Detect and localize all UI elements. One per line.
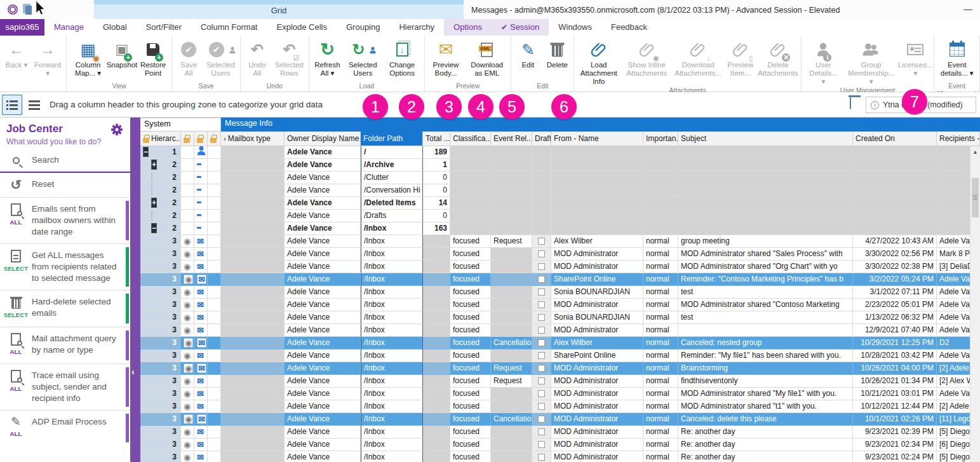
sidebar-collapse-strip[interactable]: ‹ bbox=[130, 118, 140, 462]
column-header-locked-2[interactable] bbox=[194, 132, 208, 146]
column-header-locked-3[interactable] bbox=[208, 132, 221, 146]
vertical-scrollbar[interactable]: ▲ bbox=[970, 146, 980, 462]
ribbon-button-change-options[interactable]: ↓Change Options bbox=[382, 37, 422, 81]
ribbon-button-snapshot[interactable]: ▣+Snapshot bbox=[107, 37, 137, 81]
draft-checkbox[interactable] bbox=[538, 416, 545, 423]
message-row[interactable]: 3◉✉Adele Vance/InboxfocusedMOD Administr… bbox=[140, 261, 980, 273]
minimize-button[interactable]: — bbox=[963, 4, 972, 14]
message-row[interactable]: 3◉✉Adele Vance/InboxfocusedMOD Administr… bbox=[140, 388, 980, 400]
ribbon-button-forward[interactable]: →Forward ▾ bbox=[31, 37, 64, 81]
tab-sort-filter[interactable]: Sort/Filter bbox=[137, 19, 191, 36]
sidebar-item-search[interactable]: Search bbox=[0, 149, 130, 173]
message-row[interactable]: 3◉✉Adele Vance/InboxfocusedMOD Administr… bbox=[140, 324, 980, 337]
column-header-owner-display-name[interactable]: Owner Display Name bbox=[285, 132, 361, 146]
folder-row[interactable]: −1Adele Vance/189 bbox=[140, 146, 980, 159]
draft-checkbox[interactable] bbox=[538, 428, 545, 435]
tab-explode-cells[interactable]: Explode Cells bbox=[267, 19, 337, 36]
ribbon-button-undo-all[interactable]: ↶Undo All bbox=[243, 37, 272, 81]
ribbon-button-preview-body[interactable]: ✉Preview Body... bbox=[427, 37, 465, 81]
ribbon-button-save-all[interactable]: ✔Save All bbox=[174, 37, 203, 81]
sidebar-item-trace-email-using-subject-sender-and-rec[interactable]: ALLTrace email using subject, sender and… bbox=[0, 363, 130, 410]
ribbon-button-licenses[interactable]: Licenses... ▾ bbox=[899, 37, 932, 86]
folder-row[interactable]: 2Adele Vance/Conversation Hi0 bbox=[140, 184, 980, 197]
ribbon-button-load-attachment-info[interactable]: Load Attachment Info bbox=[576, 37, 621, 86]
sidebar-item-get-all-messages-from-recipients-related[interactable]: SELECTGet ALL messages from recipients r… bbox=[0, 243, 130, 290]
column-header-recipients-n[interactable]: Recipients - N bbox=[937, 132, 980, 146]
folder-row[interactable]: 2Adele Vance/Drafts0 bbox=[140, 210, 980, 222]
message-row[interactable]: 3◉✉Adele Vance/InboxfocusedMOD Administr… bbox=[140, 400, 980, 413]
column-header-total[interactable]: Total ... bbox=[423, 132, 450, 146]
gear-icon[interactable] bbox=[111, 124, 123, 138]
ribbon-button-event-details[interactable]: Event details... ▾ bbox=[936, 37, 977, 81]
draft-checkbox[interactable] bbox=[538, 365, 545, 372]
copy-pages-icon[interactable] bbox=[23, 4, 30, 13]
ribbon-button-back[interactable]: ←Back ▾ bbox=[2, 37, 31, 81]
sidebar-item-mail-attachment-query-by-name-or-type[interactable]: ALLMail attachment query by name or type bbox=[0, 327, 130, 363]
column-header-from-name[interactable]: From - Name bbox=[551, 132, 643, 146]
message-row[interactable]: 3◉✉Adele Vance/InboxfocusedSharePoint On… bbox=[140, 350, 980, 362]
draft-checkbox[interactable] bbox=[538, 263, 545, 270]
tab-sapio365[interactable]: sapio365 bbox=[0, 19, 44, 36]
ribbon-button-selected-rows[interactable]: ↶☑Selected Rows bbox=[272, 37, 307, 81]
scroll-up-icon[interactable]: ▲ bbox=[970, 146, 980, 155]
sidebar-item-hard-delete-selected-emails[interactable]: SELECTHard-delete selected emails bbox=[0, 290, 130, 327]
message-row[interactable]: 3◉✉Adele Vance/InboxfocusedMOD Administr… bbox=[140, 426, 980, 438]
ribbon-button-download-as-eml[interactable]: EMLDownload as EML bbox=[465, 37, 509, 81]
ribbon-button-delete-attachments[interactable]: ✕Delete Attachments bbox=[757, 37, 799, 86]
ribbon-button-selected-users[interactable]: ✔Selected Users bbox=[203, 37, 238, 81]
draft-checkbox[interactable] bbox=[538, 441, 545, 448]
ribbon-button-delete[interactable]: Delete bbox=[542, 37, 572, 81]
ribbon-button-group-membership[interactable]: Group Membership... ▾ bbox=[843, 37, 899, 86]
ribbon-button-show-inline-attachments[interactable]: ◉Show Inline Attachments bbox=[621, 37, 672, 86]
message-row-selected[interactable]: 3◉✉Adele Vance/InboxfocusedSharePoint On… bbox=[140, 273, 980, 286]
message-row[interactable]: 3◉✉Adele Vance/InboxfocusedMOD Administr… bbox=[140, 438, 980, 451]
tab-options[interactable]: Options bbox=[444, 19, 492, 36]
message-row[interactable]: 3◉✉Adele Vance/InboxfocusedRequestAlex W… bbox=[140, 235, 980, 248]
folder-row[interactable]: +2Adele Vance/Deleted Items14 bbox=[140, 197, 980, 210]
column-header-hierarc[interactable]: Hierarc... bbox=[140, 132, 181, 146]
collapse-button[interactable]: − bbox=[143, 147, 149, 157]
folder-row[interactable]: 2Adele Vance/Clutter0 bbox=[140, 172, 980, 184]
ribbon-button-user-details[interactable]: iUser Details... ▾ bbox=[803, 37, 843, 86]
column-header-folder-path[interactable]: Folder Path bbox=[361, 132, 423, 146]
draft-checkbox[interactable] bbox=[538, 352, 545, 359]
tab-grouping[interactable]: Grouping bbox=[337, 19, 389, 36]
message-row[interactable]: 3◉✉Adele Vance/InboxfocusedMOD Administr… bbox=[140, 299, 980, 311]
tab-windows[interactable]: Windows bbox=[549, 19, 601, 36]
tab-global[interactable]: Global bbox=[93, 19, 137, 36]
draft-checkbox[interactable] bbox=[538, 390, 545, 397]
message-row-selected[interactable]: 3◉✉Adele Vance/InboxfocusedCancellatioAl… bbox=[140, 337, 980, 350]
draft-checkbox[interactable] bbox=[538, 250, 545, 257]
sidebar-item-emails-sent-from-mailbox-owners-within-d[interactable]: ALLEmails sent from mailbox owners withi… bbox=[0, 197, 130, 243]
tab-hierarchy[interactable]: Hierarchy bbox=[389, 19, 444, 36]
flat-view-button[interactable] bbox=[24, 95, 44, 115]
message-row-selected[interactable]: 3◉✉Adele Vance/InboxfocusedRequestMOD Ad… bbox=[140, 362, 980, 375]
column-header-importan[interactable]: Importan... bbox=[643, 132, 678, 146]
tab-session[interactable]: ✔Session bbox=[492, 19, 549, 36]
scrollbar-thumb[interactable] bbox=[972, 178, 979, 217]
draft-checkbox[interactable] bbox=[538, 454, 545, 461]
message-row[interactable]: 3◉✉Adele Vance/InboxfocusedSonia BOUNARD… bbox=[140, 286, 980, 299]
message-row[interactable]: 3◉✉Adele Vance/InboxfocusedMOD Administr… bbox=[140, 248, 980, 261]
draft-checkbox[interactable] bbox=[538, 238, 545, 245]
ribbon-button-selected-users[interactable]: ↻Selected Users bbox=[344, 37, 382, 81]
draft-checkbox[interactable] bbox=[538, 377, 545, 384]
sidebar-item-adp-email-process[interactable]: ✎ALLADP Email Process bbox=[0, 410, 130, 445]
trash-icon[interactable] bbox=[850, 98, 851, 109]
column-header-draft[interactable]: Draft bbox=[532, 132, 551, 146]
column-header-event-rel[interactable]: Event Rel... bbox=[491, 132, 532, 146]
group-view-button[interactable] bbox=[2, 95, 22, 115]
collapse-button[interactable]: − bbox=[151, 223, 157, 233]
draft-checkbox[interactable] bbox=[538, 327, 545, 334]
ribbon-button-edit[interactable]: ✎Edit bbox=[513, 37, 542, 81]
sidebar-item-reset[interactable]: ↺Reset bbox=[0, 173, 130, 197]
tab-feedback[interactable]: Feedback bbox=[601, 19, 657, 36]
draft-checkbox[interactable] bbox=[538, 276, 545, 283]
tab-column-format[interactable]: Column Format bbox=[191, 19, 267, 36]
ribbon-button-restore-point[interactable]: +Restore Point bbox=[137, 37, 170, 81]
draft-checkbox[interactable] bbox=[538, 339, 545, 346]
ribbon-button-column-map[interactable]: ▦◉Column Map... ▾ bbox=[69, 37, 107, 81]
message-row[interactable]: 3◉✉Adele Vance/InboxfocusedRequestMOD Ad… bbox=[140, 375, 980, 388]
column-header-created-on[interactable]: Created On bbox=[853, 132, 937, 146]
column-header-locked-1[interactable] bbox=[181, 132, 194, 146]
